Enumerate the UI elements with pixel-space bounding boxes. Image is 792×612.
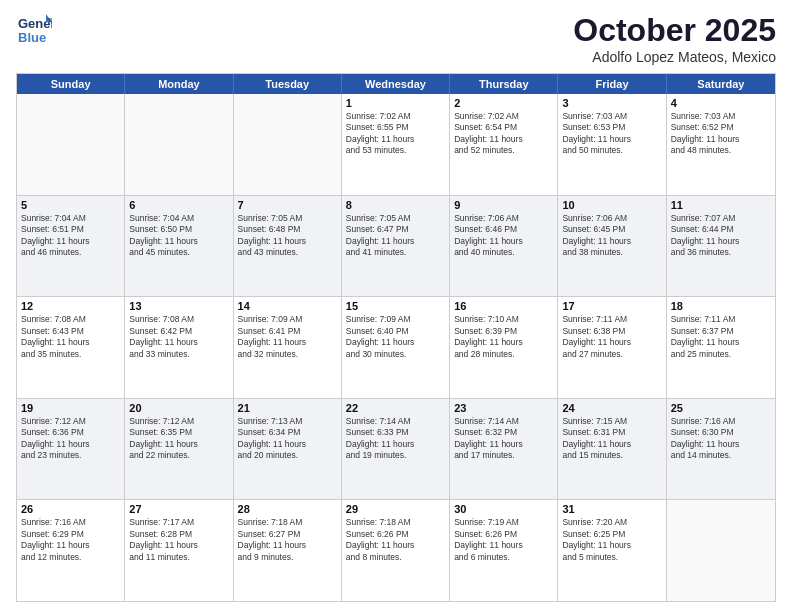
- calendar-cell: [667, 500, 775, 601]
- calendar-cell: [125, 94, 233, 195]
- day-info: Sunrise: 7:18 AM Sunset: 6:26 PM Dayligh…: [346, 517, 445, 563]
- day-info: Sunrise: 7:05 AM Sunset: 6:47 PM Dayligh…: [346, 213, 445, 259]
- weekday-header: Sunday: [17, 74, 125, 94]
- calendar-row: 12Sunrise: 7:08 AM Sunset: 6:43 PM Dayli…: [17, 297, 775, 399]
- day-info: Sunrise: 7:02 AM Sunset: 6:54 PM Dayligh…: [454, 111, 553, 157]
- day-number: 24: [562, 402, 661, 414]
- day-info: Sunrise: 7:06 AM Sunset: 6:46 PM Dayligh…: [454, 213, 553, 259]
- day-info: Sunrise: 7:15 AM Sunset: 6:31 PM Dayligh…: [562, 416, 661, 462]
- calendar-cell: 18Sunrise: 7:11 AM Sunset: 6:37 PM Dayli…: [667, 297, 775, 398]
- day-info: Sunrise: 7:07 AM Sunset: 6:44 PM Dayligh…: [671, 213, 771, 259]
- calendar: SundayMondayTuesdayWednesdayThursdayFrid…: [16, 73, 776, 602]
- day-info: Sunrise: 7:13 AM Sunset: 6:34 PM Dayligh…: [238, 416, 337, 462]
- day-info: Sunrise: 7:18 AM Sunset: 6:27 PM Dayligh…: [238, 517, 337, 563]
- day-number: 18: [671, 300, 771, 312]
- weekday-header: Wednesday: [342, 74, 450, 94]
- calendar-cell: 13Sunrise: 7:08 AM Sunset: 6:42 PM Dayli…: [125, 297, 233, 398]
- day-number: 2: [454, 97, 553, 109]
- calendar-row: 19Sunrise: 7:12 AM Sunset: 6:36 PM Dayli…: [17, 399, 775, 501]
- day-info: Sunrise: 7:09 AM Sunset: 6:40 PM Dayligh…: [346, 314, 445, 360]
- calendar-cell: 6Sunrise: 7:04 AM Sunset: 6:50 PM Daylig…: [125, 196, 233, 297]
- day-number: 7: [238, 199, 337, 211]
- day-info: Sunrise: 7:09 AM Sunset: 6:41 PM Dayligh…: [238, 314, 337, 360]
- day-number: 6: [129, 199, 228, 211]
- day-info: Sunrise: 7:02 AM Sunset: 6:55 PM Dayligh…: [346, 111, 445, 157]
- day-info: Sunrise: 7:08 AM Sunset: 6:42 PM Dayligh…: [129, 314, 228, 360]
- logo-icon: General Blue: [16, 12, 52, 48]
- weekday-header: Friday: [558, 74, 666, 94]
- day-number: 17: [562, 300, 661, 312]
- location-title: Adolfo Lopez Mateos, Mexico: [573, 49, 776, 65]
- calendar-cell: 8Sunrise: 7:05 AM Sunset: 6:47 PM Daylig…: [342, 196, 450, 297]
- calendar-cell: 9Sunrise: 7:06 AM Sunset: 6:46 PM Daylig…: [450, 196, 558, 297]
- calendar-cell: 19Sunrise: 7:12 AM Sunset: 6:36 PM Dayli…: [17, 399, 125, 500]
- day-info: Sunrise: 7:04 AM Sunset: 6:51 PM Dayligh…: [21, 213, 120, 259]
- day-info: Sunrise: 7:11 AM Sunset: 6:38 PM Dayligh…: [562, 314, 661, 360]
- calendar-cell: 3Sunrise: 7:03 AM Sunset: 6:53 PM Daylig…: [558, 94, 666, 195]
- calendar-cell: 1Sunrise: 7:02 AM Sunset: 6:55 PM Daylig…: [342, 94, 450, 195]
- day-number: 8: [346, 199, 445, 211]
- day-number: 15: [346, 300, 445, 312]
- day-number: 1: [346, 97, 445, 109]
- calendar-cell: 5Sunrise: 7:04 AM Sunset: 6:51 PM Daylig…: [17, 196, 125, 297]
- calendar-cell: 30Sunrise: 7:19 AM Sunset: 6:26 PM Dayli…: [450, 500, 558, 601]
- day-number: 31: [562, 503, 661, 515]
- day-number: 5: [21, 199, 120, 211]
- day-number: 19: [21, 402, 120, 414]
- calendar-cell: [17, 94, 125, 195]
- calendar-cell: [234, 94, 342, 195]
- calendar-cell: 22Sunrise: 7:14 AM Sunset: 6:33 PM Dayli…: [342, 399, 450, 500]
- day-info: Sunrise: 7:04 AM Sunset: 6:50 PM Dayligh…: [129, 213, 228, 259]
- day-info: Sunrise: 7:16 AM Sunset: 6:30 PM Dayligh…: [671, 416, 771, 462]
- day-info: Sunrise: 7:19 AM Sunset: 6:26 PM Dayligh…: [454, 517, 553, 563]
- day-info: Sunrise: 7:12 AM Sunset: 6:35 PM Dayligh…: [129, 416, 228, 462]
- logo: General Blue: [16, 12, 52, 52]
- day-info: Sunrise: 7:12 AM Sunset: 6:36 PM Dayligh…: [21, 416, 120, 462]
- calendar-cell: 21Sunrise: 7:13 AM Sunset: 6:34 PM Dayli…: [234, 399, 342, 500]
- calendar-cell: 4Sunrise: 7:03 AM Sunset: 6:52 PM Daylig…: [667, 94, 775, 195]
- calendar-header: SundayMondayTuesdayWednesdayThursdayFrid…: [17, 74, 775, 94]
- calendar-cell: 10Sunrise: 7:06 AM Sunset: 6:45 PM Dayli…: [558, 196, 666, 297]
- calendar-cell: 20Sunrise: 7:12 AM Sunset: 6:35 PM Dayli…: [125, 399, 233, 500]
- day-number: 22: [346, 402, 445, 414]
- day-number: 30: [454, 503, 553, 515]
- day-number: 3: [562, 97, 661, 109]
- day-number: 4: [671, 97, 771, 109]
- day-info: Sunrise: 7:14 AM Sunset: 6:33 PM Dayligh…: [346, 416, 445, 462]
- day-info: Sunrise: 7:11 AM Sunset: 6:37 PM Dayligh…: [671, 314, 771, 360]
- svg-text:Blue: Blue: [18, 30, 46, 45]
- title-block: October 2025 Adolfo Lopez Mateos, Mexico: [573, 12, 776, 65]
- calendar-cell: 26Sunrise: 7:16 AM Sunset: 6:29 PM Dayli…: [17, 500, 125, 601]
- day-number: 10: [562, 199, 661, 211]
- day-info: Sunrise: 7:08 AM Sunset: 6:43 PM Dayligh…: [21, 314, 120, 360]
- day-number: 28: [238, 503, 337, 515]
- weekday-header: Monday: [125, 74, 233, 94]
- calendar-cell: 16Sunrise: 7:10 AM Sunset: 6:39 PM Dayli…: [450, 297, 558, 398]
- calendar-cell: 15Sunrise: 7:09 AM Sunset: 6:40 PM Dayli…: [342, 297, 450, 398]
- day-info: Sunrise: 7:10 AM Sunset: 6:39 PM Dayligh…: [454, 314, 553, 360]
- weekday-header: Saturday: [667, 74, 775, 94]
- calendar-cell: 14Sunrise: 7:09 AM Sunset: 6:41 PM Dayli…: [234, 297, 342, 398]
- calendar-cell: 12Sunrise: 7:08 AM Sunset: 6:43 PM Dayli…: [17, 297, 125, 398]
- day-info: Sunrise: 7:16 AM Sunset: 6:29 PM Dayligh…: [21, 517, 120, 563]
- day-info: Sunrise: 7:05 AM Sunset: 6:48 PM Dayligh…: [238, 213, 337, 259]
- calendar-cell: 11Sunrise: 7:07 AM Sunset: 6:44 PM Dayli…: [667, 196, 775, 297]
- month-title: October 2025: [573, 12, 776, 49]
- calendar-cell: 24Sunrise: 7:15 AM Sunset: 6:31 PM Dayli…: [558, 399, 666, 500]
- day-info: Sunrise: 7:03 AM Sunset: 6:52 PM Dayligh…: [671, 111, 771, 157]
- day-info: Sunrise: 7:14 AM Sunset: 6:32 PM Dayligh…: [454, 416, 553, 462]
- calendar-cell: 28Sunrise: 7:18 AM Sunset: 6:27 PM Dayli…: [234, 500, 342, 601]
- day-number: 9: [454, 199, 553, 211]
- day-info: Sunrise: 7:03 AM Sunset: 6:53 PM Dayligh…: [562, 111, 661, 157]
- day-info: Sunrise: 7:06 AM Sunset: 6:45 PM Dayligh…: [562, 213, 661, 259]
- day-number: 20: [129, 402, 228, 414]
- day-number: 21: [238, 402, 337, 414]
- day-number: 29: [346, 503, 445, 515]
- day-info: Sunrise: 7:17 AM Sunset: 6:28 PM Dayligh…: [129, 517, 228, 563]
- day-number: 23: [454, 402, 553, 414]
- day-number: 12: [21, 300, 120, 312]
- calendar-row: 1Sunrise: 7:02 AM Sunset: 6:55 PM Daylig…: [17, 94, 775, 196]
- calendar-cell: 27Sunrise: 7:17 AM Sunset: 6:28 PM Dayli…: [125, 500, 233, 601]
- day-info: Sunrise: 7:20 AM Sunset: 6:25 PM Dayligh…: [562, 517, 661, 563]
- calendar-cell: 25Sunrise: 7:16 AM Sunset: 6:30 PM Dayli…: [667, 399, 775, 500]
